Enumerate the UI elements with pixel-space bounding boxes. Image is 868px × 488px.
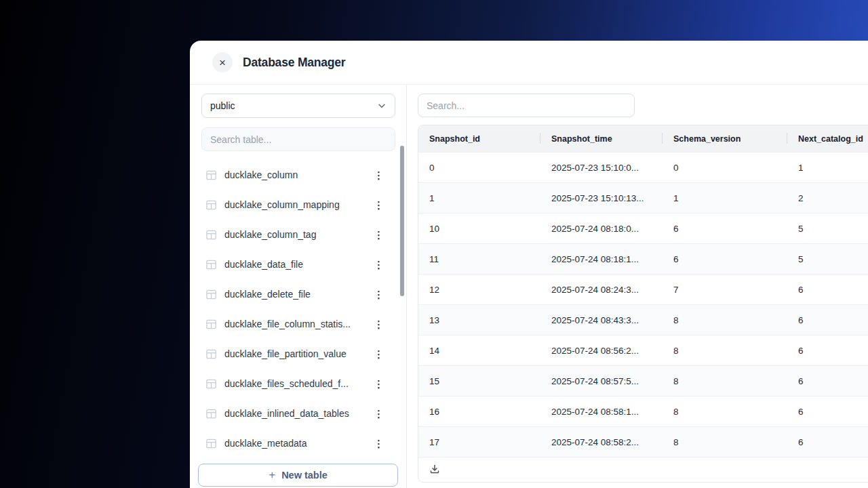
close-button[interactable]: × bbox=[212, 52, 233, 73]
table-cell: 12 bbox=[418, 274, 540, 304]
table-cell: 5 bbox=[787, 244, 868, 274]
table-icon bbox=[205, 289, 217, 300]
table-cell: 6 bbox=[787, 396, 868, 426]
new-table-label: New table bbox=[281, 470, 328, 481]
new-table-button[interactable]: + New table bbox=[198, 464, 398, 487]
table-cell: 10 bbox=[418, 214, 540, 243]
table-list-item[interactable]: ducklake_files_scheduled_f...⋮ bbox=[201, 369, 395, 399]
dialog-title: Database Manager bbox=[243, 56, 345, 70]
table-icon bbox=[205, 199, 217, 211]
table-icon bbox=[205, 378, 217, 390]
table-cell: 2025-07-24 08:58:2... bbox=[540, 427, 663, 457]
table-row[interactable]: 02025-07-23 15:10:0...01 bbox=[418, 152, 868, 182]
table-cell: 1 bbox=[663, 183, 787, 213]
table-cell: 2025-07-24 08:24:3... bbox=[540, 274, 663, 304]
table-list-item[interactable]: ducklake_column⋮ bbox=[201, 160, 395, 190]
table-name-label: ducklake_metadata bbox=[224, 438, 371, 449]
table-icon bbox=[205, 259, 217, 270]
table-cell: 8 bbox=[663, 366, 787, 396]
table-cell: 2025-07-24 08:18:0... bbox=[540, 214, 663, 243]
table-name-label: ducklake_files_scheduled_f... bbox=[224, 378, 371, 389]
table-cell: 16 bbox=[418, 396, 540, 426]
table-cell: 17 bbox=[418, 427, 540, 457]
column-header[interactable]: Snapshot_id bbox=[418, 125, 540, 152]
table-cell: 8 bbox=[663, 427, 787, 457]
table-name-label: ducklake_inlined_data_tables bbox=[224, 408, 371, 419]
table-cell: 6 bbox=[663, 244, 787, 274]
table-list: ducklake_column⋮ducklake_column_mapping⋮… bbox=[201, 160, 395, 458]
data-search-input[interactable] bbox=[418, 94, 635, 117]
database-manager-dialog: × Database Manager public ducklake_colum… bbox=[190, 41, 868, 488]
kebab-menu-icon[interactable]: ⋮ bbox=[371, 378, 387, 390]
kebab-menu-icon[interactable]: ⋮ bbox=[371, 169, 387, 182]
table-list-item[interactable]: ducklake_data_file⋮ bbox=[201, 249, 395, 279]
table-cell: 6 bbox=[787, 274, 868, 304]
download-button[interactable] bbox=[429, 464, 440, 476]
table-row[interactable]: 152025-07-24 08:57:5...86 bbox=[418, 365, 868, 396]
table-row[interactable]: 132025-07-24 08:43:3...86 bbox=[418, 304, 868, 335]
table-name-label: ducklake_column_tag bbox=[224, 229, 371, 240]
schema-select-value: public bbox=[210, 100, 235, 111]
data-table-footer bbox=[418, 457, 868, 482]
table-search-input[interactable] bbox=[201, 127, 395, 151]
kebab-menu-icon[interactable]: ⋮ bbox=[371, 199, 387, 211]
table-cell: 7 bbox=[663, 274, 787, 304]
table-name-label: ducklake_data_file bbox=[224, 259, 371, 270]
kebab-menu-icon[interactable]: ⋮ bbox=[371, 258, 387, 271]
table-row[interactable]: 122025-07-24 08:24:3...76 bbox=[418, 274, 868, 304]
kebab-menu-icon[interactable]: ⋮ bbox=[371, 407, 387, 420]
table-cell: 8 bbox=[663, 396, 787, 426]
table-icon bbox=[205, 229, 217, 241]
kebab-menu-icon[interactable]: ⋮ bbox=[371, 288, 387, 301]
table-cell: 8 bbox=[663, 305, 787, 335]
schema-select[interactable]: public bbox=[201, 94, 395, 118]
table-icon bbox=[205, 319, 217, 330]
table-cell: 2025-07-24 08:43:3... bbox=[540, 305, 663, 335]
kebab-menu-icon[interactable]: ⋮ bbox=[371, 348, 387, 361]
table-cell: 2025-07-24 08:18:1... bbox=[540, 244, 663, 274]
table-list-item[interactable]: ducklake_file_partition_value⋮ bbox=[201, 339, 395, 369]
table-row[interactable]: 172025-07-24 08:58:2...86 bbox=[418, 426, 868, 457]
table-list-item[interactable]: ducklake_column_mapping⋮ bbox=[201, 190, 395, 220]
table-row[interactable]: 162025-07-24 08:58:1...86 bbox=[418, 396, 868, 426]
kebab-menu-icon[interactable]: ⋮ bbox=[371, 318, 387, 331]
table-cell: 6 bbox=[787, 336, 868, 365]
table-cell: 6 bbox=[663, 214, 787, 243]
column-header[interactable]: Snapshot_time bbox=[540, 125, 663, 152]
table-name-label: ducklake_column_mapping bbox=[224, 199, 371, 210]
table-cell: 1 bbox=[787, 152, 868, 182]
table-row[interactable]: 102025-07-24 08:18:0...65 bbox=[418, 213, 868, 243]
column-header[interactable]: Next_catalog_id bbox=[787, 125, 868, 152]
dialog-header: × Database Manager bbox=[190, 41, 868, 85]
table-cell: 2025-07-24 08:58:1... bbox=[540, 396, 663, 426]
table-list-item[interactable]: ducklake_metadata⋮ bbox=[201, 428, 395, 458]
table-cell: 13 bbox=[418, 305, 540, 335]
data-table: Snapshot_idSnapshot_timeSchema_versionNe… bbox=[418, 125, 868, 483]
table-cell: 2025-07-24 08:56:2... bbox=[540, 336, 663, 365]
table-name-label: ducklake_file_partition_value bbox=[224, 348, 371, 359]
table-cell: 2 bbox=[787, 183, 868, 213]
table-icon bbox=[205, 348, 217, 360]
table-list-item[interactable]: ducklake_inlined_data_tables⋮ bbox=[201, 399, 395, 428]
table-name-label: ducklake_column bbox=[224, 169, 371, 180]
table-cell: 2025-07-24 08:57:5... bbox=[540, 366, 663, 396]
table-cell: 11 bbox=[418, 244, 540, 274]
table-row[interactable]: 12025-07-23 15:10:13...12 bbox=[418, 182, 868, 213]
kebab-menu-icon[interactable]: ⋮ bbox=[371, 228, 387, 241]
table-list-item[interactable]: ducklake_column_tag⋮ bbox=[201, 220, 395, 249]
table-data-panel: Snapshot_idSnapshot_timeSchema_versionNe… bbox=[407, 85, 868, 488]
table-list-item[interactable]: ducklake_delete_file⋮ bbox=[201, 279, 395, 309]
table-cell: 6 bbox=[787, 366, 868, 396]
data-table-header: Snapshot_idSnapshot_timeSchema_versionNe… bbox=[418, 125, 868, 152]
table-list-item[interactable]: ducklake_file_column_statis...⋮ bbox=[201, 309, 395, 339]
kebab-menu-icon[interactable]: ⋮ bbox=[371, 437, 387, 450]
table-row[interactable]: 142025-07-24 08:56:2...86 bbox=[418, 335, 868, 365]
table-row[interactable]: 112025-07-24 08:18:1...65 bbox=[418, 243, 868, 274]
chevron-down-icon bbox=[377, 101, 387, 110]
table-cell: 5 bbox=[787, 214, 868, 243]
table-cell: 0 bbox=[418, 152, 540, 182]
table-cell: 14 bbox=[418, 336, 540, 365]
table-icon bbox=[205, 408, 217, 420]
column-header[interactable]: Schema_version bbox=[663, 125, 787, 152]
sidebar-scrollbar[interactable] bbox=[400, 146, 404, 296]
